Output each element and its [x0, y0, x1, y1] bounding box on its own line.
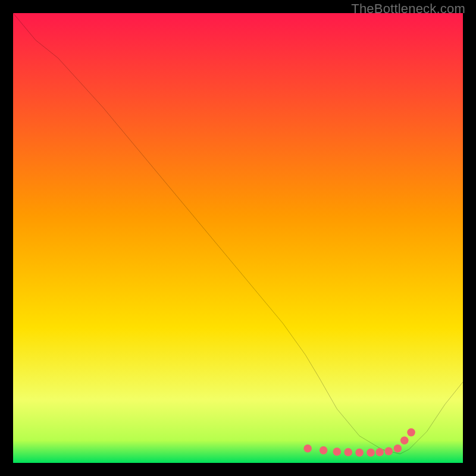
optimal-marker [344, 448, 352, 456]
optimal-marker [384, 447, 393, 456]
optimal-marker [394, 444, 402, 453]
optimal-marker [333, 447, 342, 456]
optimal-marker [303, 444, 312, 453]
optimal-marker [407, 428, 415, 437]
outer-frame: TheBottleneck.com [0, 0, 476, 476]
optimal-marker [375, 448, 384, 456]
bottleneck-chart [13, 13, 463, 463]
watermark-text: TheBottleneck.com [351, 1, 465, 17]
optimal-marker [400, 436, 409, 444]
gradient-background [13, 13, 463, 463]
optimal-marker [367, 449, 375, 457]
optimal-marker [320, 446, 328, 455]
optimal-marker [355, 449, 364, 457]
